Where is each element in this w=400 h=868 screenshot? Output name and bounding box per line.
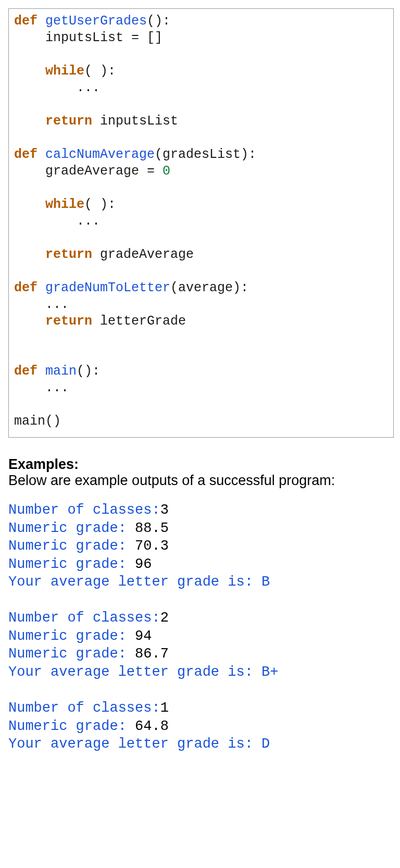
fn-main: main (45, 364, 77, 379)
value-num-classes: 2 (160, 610, 169, 626)
keyword-def: def (14, 147, 38, 162)
keyword-return: return (45, 247, 92, 262)
ellipsis: ... (77, 80, 100, 95)
return-letterGrade: letterGrade (92, 314, 186, 329)
value-num-classes: 1 (160, 700, 169, 716)
value-grade: 96 (135, 556, 152, 572)
keyword-def: def (14, 280, 38, 295)
value-result: B+ (261, 664, 278, 680)
value-grade: 88.5 (135, 520, 169, 536)
code-skeleton-box: def getUserGrades(): inputsList = [] whi… (8, 8, 394, 438)
fn-calcNumAverage: calcNumAverage (45, 147, 155, 162)
line-inputsList: inputsList = [] (45, 30, 162, 45)
prompt-num-classes: Number of classes: (8, 610, 160, 626)
ellipsis: ... (45, 297, 69, 312)
keyword-def: def (14, 14, 38, 29)
return-gradeAverage: gradeAverage (92, 247, 194, 262)
keyword-def: def (14, 364, 38, 379)
prompt-num-classes: Number of classes: (8, 502, 160, 518)
value-grade: 86.7 (135, 646, 169, 662)
value-num-classes: 3 (160, 502, 169, 518)
value-grade: 64.8 (135, 718, 169, 734)
sig-rest: (): (77, 364, 100, 379)
ellipsis: ... (77, 214, 100, 229)
msg-average: Your average letter grade is: (8, 736, 261, 752)
literal-zero: 0 (162, 164, 170, 179)
fn-getUserGrades: getUserGrades (45, 14, 147, 29)
line-main-call: main() (14, 414, 61, 429)
sig-rest: (average): (170, 280, 248, 295)
prompt-numeric-grade: Numeric grade: (8, 538, 135, 554)
return-inputsList: inputsList (92, 114, 178, 129)
value-grade: 94 (135, 628, 152, 644)
keyword-return: return (45, 314, 92, 329)
keyword-while: while (45, 197, 84, 212)
prompt-numeric-grade: Numeric grade: (8, 628, 135, 644)
while-cond: ( ): (84, 64, 116, 79)
sig-rest: (): (147, 14, 170, 29)
value-grade: 70.3 (135, 538, 169, 554)
prompt-numeric-grade: Numeric grade: (8, 646, 135, 662)
prompt-numeric-grade: Numeric grade: (8, 718, 135, 734)
value-result: D (261, 736, 270, 752)
example-output-block: Number of classes:3 Numeric grade: 88.5 … (8, 501, 392, 753)
ellipsis: ... (45, 380, 69, 395)
sig-rest: (gradesList): (155, 147, 256, 162)
keyword-return: return (45, 114, 92, 129)
msg-average: Your average letter grade is: (8, 574, 261, 590)
line-gradeAverage: gradeAverage = (45, 164, 162, 179)
prompt-num-classes: Number of classes: (8, 700, 160, 716)
examples-heading: Examples: (8, 456, 392, 473)
value-result: B (261, 574, 270, 590)
keyword-while: while (45, 64, 84, 79)
msg-average: Your average letter grade is: (8, 664, 261, 680)
while-cond: ( ): (84, 197, 116, 212)
prompt-numeric-grade: Numeric grade: (8, 556, 135, 572)
fn-gradeNumToLetter: gradeNumToLetter (45, 280, 170, 295)
examples-intro: Below are example outputs of a successfu… (8, 473, 392, 489)
prompt-numeric-grade: Numeric grade: (8, 520, 135, 536)
